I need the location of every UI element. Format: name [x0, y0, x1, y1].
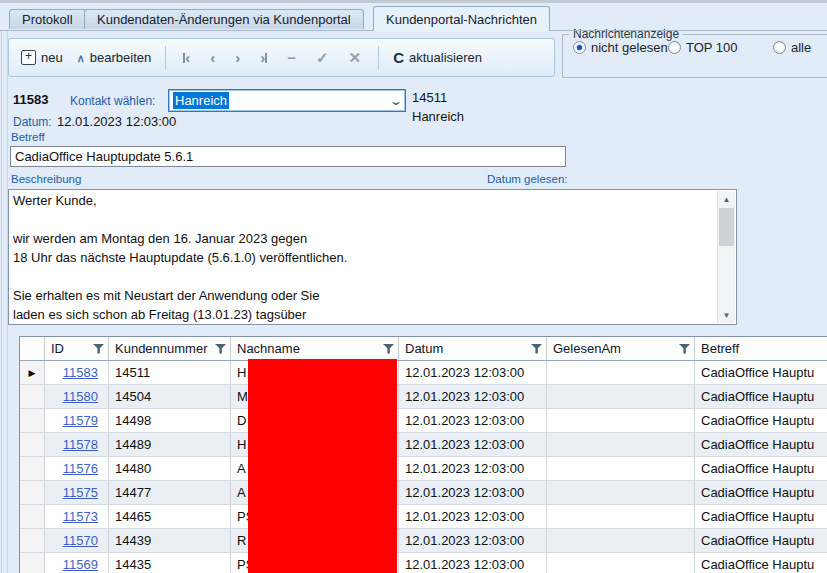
cell-gelesen-am	[547, 529, 695, 552]
tab-strip: ProtokollKundendaten-Änderungen via Kund…	[0, 6, 827, 31]
refresh-button[interactable]: C aktualisieren	[389, 46, 486, 69]
table-row: 1157614480A12.01.2023 12:03:00CadiaOffic…	[20, 457, 827, 481]
scroll-up-icon[interactable]: ▲	[718, 191, 735, 207]
grid-header-id[interactable]: ID	[45, 337, 109, 360]
cell-datum: 12.01.2023 12:03:00	[399, 385, 547, 408]
row-selector-cell[interactable]	[20, 385, 45, 408]
cell-betreff: CadiaOffice Hauptu	[695, 529, 827, 552]
contact-combobox[interactable]: Hanreich ⌄	[168, 89, 406, 112]
next-record-button[interactable]: ›	[228, 47, 247, 68]
filter-icon[interactable]	[215, 343, 226, 354]
panel-left-border	[1, 31, 2, 573]
delete-record-button[interactable]: −	[280, 47, 303, 68]
subject-value: CadiaOffice Hauptupdate 5.6.1	[15, 149, 193, 164]
cell-kundennummer: 14477	[109, 481, 231, 504]
cell-kundennummer: 14465	[109, 505, 231, 528]
grid-header-nachname[interactable]: Nachname	[231, 337, 399, 360]
id-link[interactable]: 11580	[63, 389, 98, 404]
date-value: 12.01.2023 12:03:00	[57, 114, 176, 129]
id-link[interactable]: 11583	[63, 365, 98, 380]
cell-id: 11580	[45, 385, 109, 408]
column-title: GelesenAm	[553, 341, 677, 356]
filter-icon[interactable]	[679, 343, 690, 354]
id-link[interactable]: 11575	[63, 485, 98, 500]
minus-icon: −	[287, 49, 296, 66]
chevron-down-icon[interactable]: ⌄	[389, 94, 403, 108]
cancel-button[interactable]: ✕	[342, 47, 369, 69]
new-icon: +	[21, 50, 36, 65]
cell-datum: 12.01.2023 12:03:00	[399, 481, 547, 504]
new-button-label: neu	[41, 50, 63, 65]
grid-header-datum[interactable]: Datum	[399, 337, 547, 360]
date-label: Datum:	[13, 115, 52, 129]
subject-input[interactable]: CadiaOffice Hauptupdate 5.6.1	[10, 146, 566, 167]
id-link[interactable]: 11576	[63, 461, 98, 476]
next-record-icon: ›	[235, 49, 240, 66]
row-selector-cell[interactable]	[20, 505, 45, 528]
id-link[interactable]: 11569	[63, 557, 98, 572]
redaction-overlay	[248, 359, 397, 573]
radio-label: nicht gelesen	[591, 40, 668, 55]
previous-record-icon: ‹	[210, 49, 215, 66]
row-selector-cell[interactable]	[20, 529, 45, 552]
cell-betreff: CadiaOffice Hauptu	[695, 409, 827, 432]
grid-header-gelesen_am[interactable]: GelesenAm	[547, 337, 695, 360]
tab-kundendaten-nderungen-via-kundenportal[interactable]: Kundendaten-Änderungen via Kundenportal	[84, 9, 364, 29]
cell-betreff: CadiaOffice Hauptu	[695, 361, 827, 384]
cell-kundennummer: 14489	[109, 433, 231, 456]
previous-record-button[interactable]: ‹	[203, 47, 222, 68]
edit-button[interactable]: ∧ bearbeiten	[73, 47, 156, 68]
tab-kundenportal-nachrichten[interactable]: Kundenportal-Nachrichten	[373, 6, 550, 31]
radio-icon	[668, 41, 681, 54]
grid-header-kundennummer[interactable]: Kundennummer	[109, 337, 231, 360]
scrollbar-thumb[interactable]	[719, 208, 734, 246]
cell-id: 11569	[45, 553, 109, 573]
column-title: ID	[51, 341, 91, 356]
chevron-up-icon: ∧	[77, 52, 85, 65]
grid-header-betreff[interactable]: Betreff	[695, 337, 827, 360]
radio-option-top-100[interactable]: TOP 100	[668, 40, 738, 55]
row-selector-cell[interactable]	[20, 481, 45, 504]
cell-kundennummer: 14504	[109, 385, 231, 408]
id-link[interactable]: 11573	[63, 509, 98, 524]
filter-icon[interactable]	[531, 343, 542, 354]
cell-datum: 12.01.2023 12:03:00	[399, 409, 547, 432]
cell-betreff: CadiaOffice Hauptu	[695, 481, 827, 504]
last-record-button[interactable]: ›	[253, 47, 274, 68]
cell-gelesen-am	[547, 385, 695, 408]
table-row: 1157314465PS12.01.2023 12:03:00CadiaOffi…	[20, 505, 827, 529]
id-link[interactable]: 11570	[63, 533, 98, 548]
filter-icon[interactable]	[93, 343, 104, 354]
window-top-edge	[0, 0, 827, 3]
tab-protokoll[interactable]: Protokoll	[9, 9, 86, 29]
refresh-button-label: aktualisieren	[409, 50, 482, 65]
description-scrollbar[interactable]: ▲ ▼	[717, 191, 735, 323]
first-record-icon: ‹	[185, 49, 190, 66]
table-row: ▶1158314511H12.01.2023 12:03:00CadiaOffi…	[20, 361, 827, 385]
scroll-down-icon[interactable]: ▼	[718, 307, 735, 323]
row-selector-cell[interactable]	[20, 457, 45, 480]
radio-option-nicht-gelesen[interactable]: nicht gelesen	[573, 40, 668, 55]
cell-kundennummer: 14511	[109, 361, 231, 384]
table-row: 1157814489H12.01.2023 12:03:00CadiaOffic…	[20, 433, 827, 457]
id-link[interactable]: 11578	[63, 437, 98, 452]
filter-icon[interactable]	[383, 343, 394, 354]
read-date-label: Datum gelesen:	[487, 173, 568, 185]
radio-label: alle	[791, 40, 811, 55]
new-button[interactable]: + neu	[17, 47, 67, 68]
first-record-button[interactable]: ‹	[176, 47, 197, 68]
row-selector-cell[interactable]	[20, 433, 45, 456]
subject-label: Betreff	[11, 131, 45, 143]
description-text: Werter Kunde, wir werden am Montag den 1…	[13, 191, 716, 323]
cell-id: 11575	[45, 481, 109, 504]
description-textarea[interactable]: Werter Kunde, wir werden am Montag den 1…	[8, 189, 737, 325]
row-selector-cell[interactable]: ▶	[20, 361, 45, 384]
cell-betreff: CadiaOffice Hauptu	[695, 505, 827, 528]
cell-gelesen-am	[547, 433, 695, 456]
cell-kundennummer: 14435	[109, 553, 231, 573]
radio-option-alle[interactable]: alle	[773, 40, 811, 55]
row-selector-cell[interactable]	[20, 409, 45, 432]
id-link[interactable]: 11579	[63, 413, 98, 428]
accept-button[interactable]: ✓	[309, 47, 336, 69]
row-selector-cell[interactable]	[20, 553, 45, 573]
